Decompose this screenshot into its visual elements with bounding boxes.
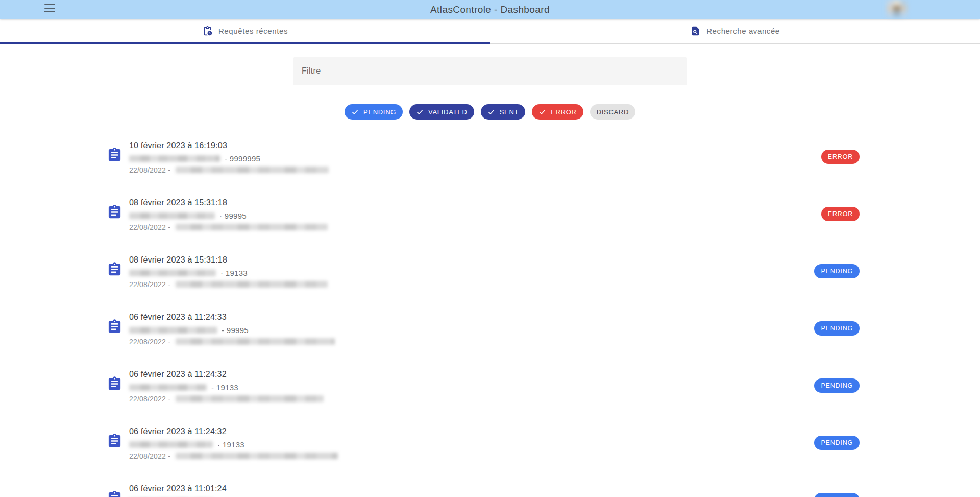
status-filter-chip[interactable]: DISCARD xyxy=(590,104,635,120)
request-timestamp: 08 février 2023 à 15:31:18 xyxy=(129,198,328,207)
status-filter-chip[interactable]: SENT xyxy=(481,104,525,120)
assignment-icon xyxy=(107,376,122,392)
request-list: 10 février 2023 à 16:19:03 - 9999995 22/… xyxy=(0,133,980,497)
redacted-request-name xyxy=(129,327,217,334)
request-list-item[interactable]: 06 février 2023 à 11:24:32 - 19133 22/08… xyxy=(0,362,980,419)
redacted-request-name xyxy=(129,212,215,219)
request-timestamp: 06 février 2023 à 11:24:32 xyxy=(129,369,324,379)
check-icon xyxy=(487,108,495,116)
check-icon xyxy=(351,108,359,116)
chip-label: ERROR xyxy=(551,108,576,116)
request-reference: · 19133 xyxy=(220,269,248,277)
chip-label: SENT xyxy=(500,108,519,116)
status-chip-row: PENDING VALIDATED SENT ERROR DISCARD xyxy=(0,104,980,120)
chip-label: DISCARD xyxy=(597,108,629,116)
redacted-request-name xyxy=(129,270,216,276)
status-badge: ERROR xyxy=(821,150,860,164)
assignment-icon xyxy=(107,319,122,335)
request-reference: - 99995 xyxy=(222,326,249,335)
redacted-request-detail xyxy=(176,167,329,173)
request-list-item[interactable]: 08 février 2023 à 15:31:18 · 99995 22/08… xyxy=(0,191,980,248)
assignment-icon xyxy=(107,204,122,220)
status-badge: PENDING xyxy=(814,493,860,497)
request-timestamp: 10 février 2023 à 16:19:03 xyxy=(129,140,329,150)
request-timestamp: 06 février 2023 à 11:24:33 xyxy=(129,312,335,322)
assignment-icon xyxy=(107,490,122,497)
tab-label: Requêtes récentes xyxy=(218,27,288,35)
redacted-request-name xyxy=(129,155,220,162)
status-filter-chip[interactable]: ERROR xyxy=(532,104,583,120)
status-filter-chip[interactable]: PENDING xyxy=(345,104,403,120)
app-bar: AtlasControle - Dashboard xyxy=(0,0,980,19)
request-date-prefix: 22/08/2022 - xyxy=(129,395,170,403)
request-list-item[interactable]: 06 février 2023 à 11:24:32 · 19133 22/08… xyxy=(0,419,980,477)
tab-label: Recherche avancée xyxy=(706,27,780,35)
assignment-icon xyxy=(107,147,122,163)
redacted-request-detail xyxy=(176,281,328,288)
chip-label: VALIDATED xyxy=(428,108,468,116)
request-date-prefix: 22/08/2022 - xyxy=(129,280,170,289)
tab-bar: Requêtes récentes Recherche avancée xyxy=(0,19,980,44)
request-date-prefix: 22/08/2022 - xyxy=(129,338,170,346)
request-timestamp: 06 février 2023 à 11:01:24 xyxy=(129,484,329,493)
document-search-icon xyxy=(690,26,701,36)
filter-field-container xyxy=(293,57,687,85)
request-reference: · 19133 xyxy=(217,440,244,449)
status-badge: PENDING xyxy=(814,436,860,450)
app-title: AtlasControle - Dashboard xyxy=(0,0,980,19)
check-icon xyxy=(416,108,424,116)
redacted-request-detail xyxy=(176,395,324,402)
request-list-item[interactable]: 06 février 2023 à 11:01:24 · 19133 22/08… xyxy=(0,477,980,497)
assignment-icon xyxy=(107,262,122,277)
request-reference: - 19133 xyxy=(211,383,238,392)
tab-requetes-recentes[interactable]: Requêtes récentes xyxy=(0,19,490,43)
status-badge: PENDING xyxy=(814,264,860,278)
user-avatar[interactable] xyxy=(887,0,907,17)
status-badge: PENDING xyxy=(814,321,860,336)
request-timestamp: 08 février 2023 à 15:31:18 xyxy=(129,255,328,265)
request-timestamp: 06 février 2023 à 11:24:32 xyxy=(129,427,338,436)
tab-recherche-avancee[interactable]: Recherche avancée xyxy=(490,19,980,43)
redacted-request-detail xyxy=(176,453,338,459)
status-filter-chip[interactable]: VALIDATED xyxy=(409,104,474,120)
filter-input[interactable] xyxy=(293,57,687,85)
request-date-prefix: 22/08/2022 - xyxy=(129,452,170,460)
redacted-request-detail xyxy=(176,338,335,345)
status-badge: ERROR xyxy=(821,207,860,221)
status-badge: PENDING xyxy=(814,378,860,393)
request-reference: · 99995 xyxy=(219,211,247,220)
request-list-item[interactable]: 10 février 2023 à 16:19:03 - 9999995 22/… xyxy=(0,133,980,191)
request-reference: - 9999995 xyxy=(225,154,260,163)
redacted-request-name xyxy=(129,441,213,448)
request-list-item[interactable]: 06 février 2023 à 11:24:33 - 99995 22/08… xyxy=(0,305,980,362)
pending-actions-icon xyxy=(202,26,213,36)
redacted-request-name xyxy=(129,384,207,391)
request-date-prefix: 22/08/2022 - xyxy=(129,166,170,174)
chip-label: PENDING xyxy=(363,108,396,116)
redacted-request-detail xyxy=(176,224,328,230)
request-list-item[interactable]: 08 février 2023 à 15:31:18 · 19133 22/08… xyxy=(0,248,980,305)
request-date-prefix: 22/08/2022 - xyxy=(129,223,170,231)
assignment-icon xyxy=(107,433,122,449)
check-icon xyxy=(538,108,546,116)
